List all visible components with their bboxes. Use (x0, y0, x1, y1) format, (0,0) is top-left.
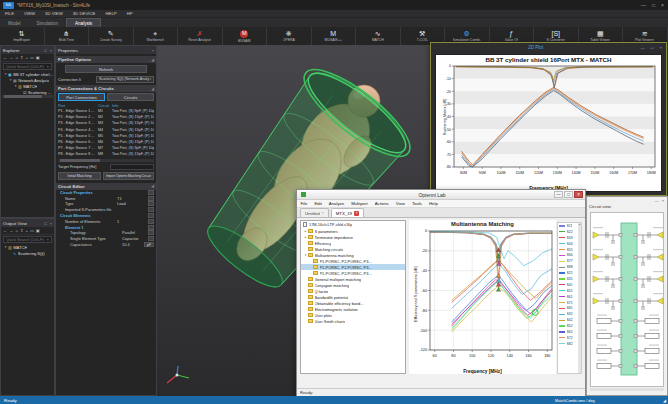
circuits-button[interactable]: Circuits (107, 93, 154, 101)
search-input[interactable] (4, 64, 47, 69)
match-chart[interactable]: BB 3T cylinder shield 16Port MTX - MATCH… (435, 54, 662, 192)
connection-dropdown[interactable]: Scattering S(jl) (Network Analy▾ (96, 76, 154, 83)
window-control-button[interactable]: × (659, 45, 662, 50)
pin-icon[interactable]: ⊏ (44, 221, 47, 226)
nav-icon[interactable]: ← (3, 55, 7, 60)
explorer-hscrollbar[interactable] (2, 95, 55, 98)
menu-item[interactable]: FILE (0, 11, 19, 16)
window-control-button[interactable]: — (641, 2, 646, 8)
legend-scrollbar[interactable]: ▲ (578, 223, 581, 373)
window-control-button[interactable]: × (662, 198, 664, 203)
table-row[interactable]: P8 - Edge Source 8 ... M8 Two Port, (S) … (58, 151, 154, 157)
toolbar-button[interactable]: ✎ Create Survey (89, 27, 134, 45)
property-row[interactable]: Number of Elements 1 (58, 218, 154, 224)
tree-item[interactable]: ∿ Scattering S(jl) (1, 250, 54, 256)
tab-close-icon[interactable]: × (322, 211, 324, 215)
menu-item[interactable]: Multiport (348, 201, 371, 206)
nav-icon[interactable]: → (9, 228, 13, 233)
port-connections-button[interactable]: Port Connections (58, 93, 105, 101)
menu-item[interactable]: 3D DEVICE (68, 11, 101, 16)
circuit-hscrollbar[interactable] (590, 388, 664, 391)
clear-search-icon[interactable]: × (47, 237, 51, 242)
toolbar-button[interactable]: M MUSAIK++ (312, 27, 357, 45)
legend-entry[interactable]: S82 (558, 341, 578, 347)
menu-item[interactable]: View (392, 201, 408, 206)
ribbon-tab[interactable]: Simulation (29, 19, 66, 27)
tree-item[interactable]: ▾ ▣ BB 3T cylinder shield 16Port MTX (1, 71, 54, 77)
circuit-schematic[interactable] (590, 212, 664, 387)
menu-item[interactable]: Tools (408, 201, 425, 206)
window-control-button[interactable]: × (574, 191, 583, 198)
nav-icon[interactable]: ▭ (30, 55, 34, 60)
document-tab[interactable]: Untitled × (300, 208, 329, 217)
match-chart-canvas[interactable]: 80M90M100M110M120M130M140M150M160M170M18… (436, 64, 663, 179)
menu-item[interactable]: Analyze (325, 201, 347, 206)
menu-item[interactable]: VIEW (19, 11, 40, 16)
toolbar-button[interactable]: ∿ MATCH (356, 27, 401, 45)
menu-item[interactable]: HP (122, 11, 138, 16)
resize-grip-icon[interactable]: ◢ (663, 398, 668, 403)
tree-item[interactable]: User Smith charts (301, 318, 405, 324)
menu-item[interactable]: Help (426, 201, 442, 206)
property-row[interactable]: Capacitance 10.4 pF (58, 242, 154, 248)
menu-item[interactable]: File (297, 201, 311, 206)
menu-item[interactable]: HELP (100, 11, 121, 16)
clear-search-icon[interactable]: × (47, 64, 51, 69)
optenni-titlebar[interactable]: Optenni Lab —□× (297, 190, 585, 200)
target-frequency-input[interactable] (110, 164, 154, 170)
circuit-editor-section[interactable]: Circuit Editor (58, 184, 85, 189)
nav-icon[interactable]: → (9, 55, 13, 60)
property-row[interactable]: Topology Parallel (58, 230, 154, 236)
property-row[interactable]: Name T1 (58, 195, 154, 201)
window-control-button[interactable]: — (655, 198, 659, 203)
nav-icon[interactable]: ▣ (36, 228, 40, 233)
window-control-button[interactable]: — (554, 191, 563, 198)
nav-icon[interactable]: ▭ (30, 228, 34, 233)
toolbar-button[interactable]: ❋ OPERA (267, 27, 312, 45)
initial-matching-button[interactable]: Initial Matching (58, 172, 101, 180)
nav-icon[interactable]: ⌂ (15, 55, 18, 60)
toolbar-button[interactable]: M MUSAIK (223, 27, 268, 45)
import-optenni-button[interactable]: Import Optenni Matching Circuit (103, 172, 154, 180)
plot2d-titlebar[interactable]: 2D Plot —□× (431, 43, 666, 52)
toolbar-button[interactable]: ✗ Reset Analysis (178, 27, 223, 45)
toolbar-button[interactable]: ⇅ Imp/Export (0, 27, 45, 45)
ribbon-tab[interactable]: Model (0, 19, 29, 27)
nav-icon[interactable]: ↥ (20, 55, 24, 60)
pin-icon[interactable]: ⊏ (44, 48, 47, 53)
multiantenna-chart[interactable]: Multiantenna Matching Efficiency and S p… (409, 220, 556, 374)
property-row[interactable]: Single Element Type Capacitor (58, 236, 154, 242)
port-connections-section[interactable]: Port Connections & Circuits (58, 86, 114, 91)
explorer-search[interactable]: × (3, 63, 52, 70)
window-control-button[interactable]: — (640, 45, 644, 50)
search-input[interactable] (4, 237, 47, 242)
tree-root-item[interactable]: 17M-16ch-LTP-shld.s16p (301, 221, 405, 228)
ports-table-hscrollbar[interactable] (58, 159, 154, 162)
window-control-button[interactable]: □ (651, 45, 654, 50)
window-control-button[interactable]: × (661, 2, 664, 8)
refresh-button[interactable]: Refresh (65, 65, 147, 73)
property-row[interactable]: Type Load (58, 201, 154, 207)
tab-close-icon[interactable]: × (354, 211, 359, 216)
nav-icon[interactable]: ↥ (20, 228, 24, 233)
close-icon[interactable]: × (50, 221, 52, 226)
close-icon[interactable]: × (50, 48, 52, 53)
menu-item[interactable]: 3D VIEW (40, 11, 68, 16)
toolbar-button[interactable]: ⋔ Multi Tree (45, 27, 90, 45)
ribbon-tab[interactable]: Analysis (66, 18, 101, 27)
output-view-search[interactable]: × (3, 236, 52, 243)
multiantenna-chart-canvas[interactable]: 60801001201401601800-20-40-60-80-100-120 (409, 229, 555, 362)
nav-icon[interactable]: ▣ (36, 55, 40, 60)
nav-icon[interactable]: ⌂ (15, 228, 18, 233)
nav-icon[interactable]: + (25, 55, 27, 60)
document-tab[interactable]: MTX_19 × (331, 208, 364, 217)
close-icon[interactable]: × (152, 48, 154, 53)
menu-item[interactable]: Actions (371, 201, 392, 206)
pipeline-options-section[interactable]: Pipeline Options (58, 57, 91, 62)
toolbar-button[interactable]: ⌖ Workbench (134, 27, 179, 45)
window-control-button[interactable]: □ (564, 191, 573, 198)
window-control-button[interactable]: □ (652, 2, 655, 8)
nav-icon[interactable]: + (25, 228, 27, 233)
nav-icon[interactable]: ← (3, 228, 7, 233)
menu-item[interactable]: Edit (311, 201, 325, 206)
